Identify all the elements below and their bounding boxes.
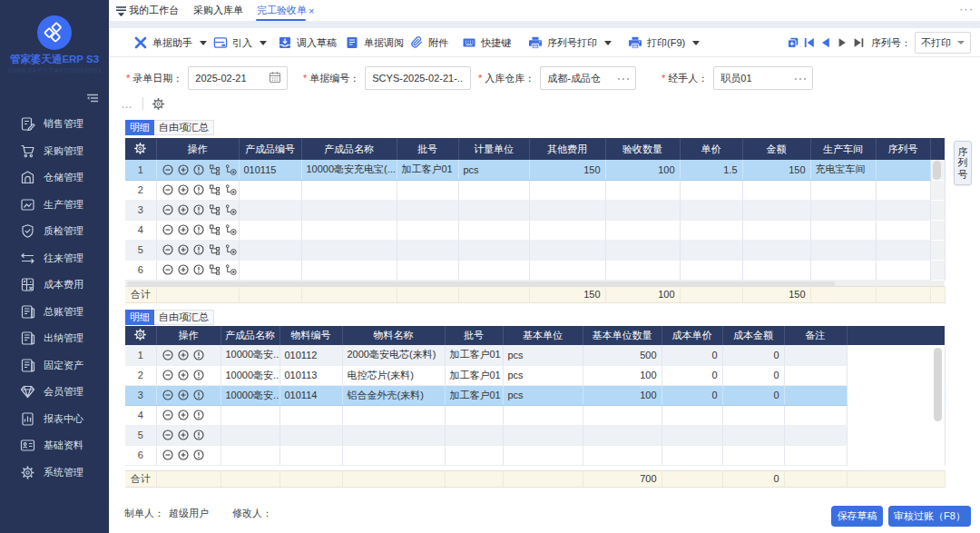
table2-row-4[interactable]: 4 [125, 405, 945, 425]
cell[interactable] [722, 425, 784, 445]
row-plus-icon[interactable] [178, 350, 189, 360]
table2-row-1[interactable]: 110000毫安...0101122000毫安电芯(来料)加工客户01pcs50… [125, 345, 945, 365]
row-warn-icon[interactable] [193, 350, 204, 360]
cell[interactable] [680, 200, 742, 220]
next-record-icon[interactable] [836, 35, 848, 50]
cell[interactable] [722, 445, 784, 465]
row-minus-icon[interactable] [162, 350, 173, 360]
cell[interactable]: pcs [503, 365, 583, 385]
table2-row-6[interactable]: 6 [125, 445, 945, 465]
lookup-dots-icon[interactable] [794, 73, 807, 84]
cell[interactable] [876, 160, 930, 180]
cell[interactable] [680, 180, 742, 200]
cell[interactable]: 10000毫安充电宝(... [301, 160, 397, 180]
table2-header-5[interactable]: 批号 [445, 326, 503, 345]
cell[interactable] [784, 345, 847, 365]
cell[interactable]: 10000毫安... [220, 365, 279, 385]
tab-1[interactable]: 我的工作台 [129, 0, 179, 21]
table1-header-3[interactable]: 产成品名称 [301, 138, 397, 160]
table2-header-7[interactable]: 基本单位数量 [583, 326, 662, 345]
table1-row-2[interactable]: 2 [125, 180, 945, 200]
cell[interactable] [583, 405, 662, 425]
cell[interactable]: 加工客户01 [445, 365, 503, 385]
row-plus-icon[interactable] [178, 264, 189, 275]
cell[interactable] [458, 260, 529, 280]
row-minus-icon[interactable] [162, 410, 173, 420]
cell[interactable] [680, 260, 742, 280]
row-plus-icon[interactable] [178, 390, 189, 400]
cell[interactable] [458, 200, 529, 220]
cell[interactable] [301, 260, 397, 280]
table1-header-5[interactable]: 计量单位 [458, 138, 529, 160]
cell[interactable] [220, 425, 279, 445]
row-plus-icon[interactable] [178, 449, 189, 460]
cell[interactable] [876, 220, 930, 240]
row-minus-icon[interactable] [162, 204, 173, 215]
cell[interactable]: 0 [722, 385, 784, 405]
toolbar-item-2[interactable]: 引入 [213, 28, 267, 57]
cell[interactable] [301, 240, 397, 260]
cell[interactable]: 1.5 [680, 160, 742, 180]
cell[interactable] [301, 220, 397, 240]
cell[interactable]: 150 [742, 160, 810, 180]
cell[interactable]: 010112 [279, 345, 342, 365]
row-nodeplus-icon[interactable] [225, 184, 237, 195]
cell[interactable] [605, 240, 680, 260]
cell[interactable] [876, 180, 930, 200]
row-minus-icon[interactable] [162, 429, 173, 440]
tab-3[interactable]: 完工验收单× [257, 0, 314, 21]
cell[interactable] [342, 445, 445, 465]
row-tree-icon[interactable] [209, 204, 220, 215]
row-warn-icon[interactable] [193, 164, 204, 175]
table1-tab-2[interactable]: 自由项汇总 [154, 120, 214, 135]
cell[interactable] [742, 260, 810, 280]
cell[interactable]: pcs [458, 160, 529, 180]
collapse-menu-icon[interactable] [85, 91, 99, 104]
row-nodeplus-icon[interactable] [225, 224, 237, 235]
cell[interactable]: pcs [503, 345, 583, 365]
cell[interactable] [662, 405, 722, 425]
row-tree-icon[interactable] [209, 244, 220, 255]
table1-header-4[interactable]: 批号 [397, 138, 458, 160]
cell[interactable] [342, 405, 445, 425]
tab-2[interactable]: 采购入库单 [193, 0, 243, 21]
last-record-icon[interactable] [852, 35, 865, 50]
cell[interactable] [742, 180, 810, 200]
cell[interactable] [529, 180, 605, 200]
row-plus-icon[interactable] [178, 244, 189, 255]
table2-header-4[interactable]: 物料名称 [342, 326, 445, 345]
sidebar-item-14[interactable]: 系统管理 [0, 459, 109, 487]
cell[interactable] [605, 180, 680, 200]
cell[interactable] [279, 405, 342, 425]
row-minus-icon[interactable] [162, 244, 173, 255]
toolbar-item-4[interactable]: 单据调阅 [345, 28, 404, 57]
cell[interactable] [680, 220, 742, 240]
cell[interactable]: 0 [722, 365, 784, 385]
row-plus-icon[interactable] [178, 429, 189, 440]
row-minus-icon[interactable] [162, 164, 173, 175]
toolbar-item-5[interactable]: 附件 [409, 28, 448, 57]
cell[interactable]: 010115 [239, 160, 301, 180]
field-input[interactable]: 成都-成品仓 [540, 66, 636, 90]
table2-row-5[interactable]: 5 [125, 425, 945, 445]
row-minus-icon[interactable] [162, 264, 173, 275]
table1-header-6[interactable]: 其他费用 [529, 138, 605, 160]
cell[interactable]: 100 [583, 385, 662, 405]
cell[interactable] [784, 425, 847, 445]
toolbar-item-3[interactable]: 调入草稿 [278, 28, 337, 57]
cell[interactable] [397, 240, 458, 260]
toolbar-item-1[interactable]: 单据助手 [133, 28, 207, 57]
table1-row-5[interactable]: 5 [125, 240, 945, 260]
cell[interactable]: 加工客户01 [445, 345, 503, 365]
row-warn-icon[interactable] [193, 390, 204, 400]
cell[interactable] [742, 220, 810, 240]
cell[interactable]: 充电宝车间 [810, 160, 876, 180]
table2-header-gear[interactable] [125, 326, 156, 345]
table2-header-3[interactable]: 物料编号 [279, 326, 342, 345]
cell[interactable] [279, 425, 342, 445]
cell[interactable]: 铝合金外壳(来料) [342, 385, 445, 405]
cell[interactable] [458, 240, 529, 260]
hscrollbar-thumb[interactable] [127, 281, 835, 286]
cell[interactable] [810, 240, 876, 260]
cell[interactable]: 0 [662, 345, 722, 365]
